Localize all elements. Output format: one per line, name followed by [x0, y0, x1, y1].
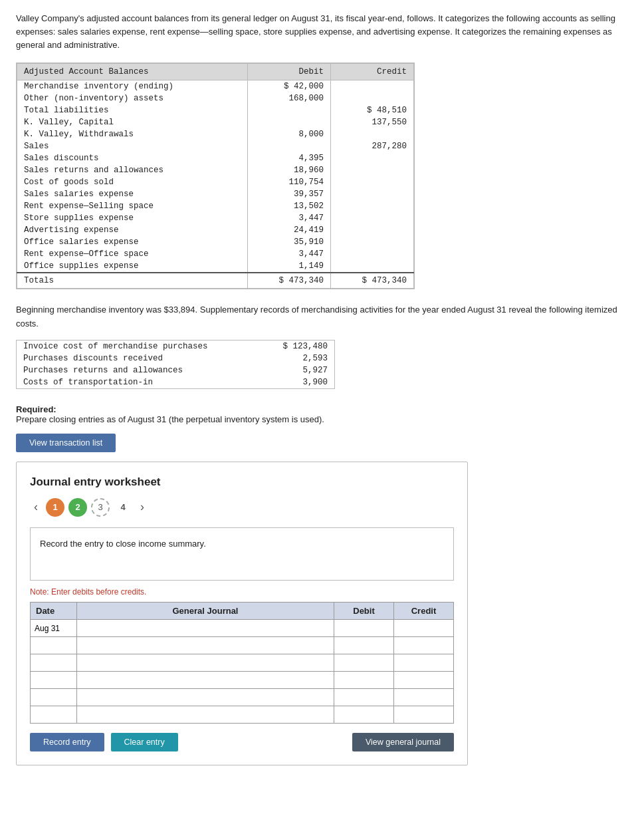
table-row: Rent expense—Office space 3,447: [17, 248, 414, 260]
journal-debit-cell[interactable]: [334, 654, 394, 671]
journal-credit-cell[interactable]: [394, 654, 454, 671]
journal-date-cell[interactable]: [31, 688, 77, 706]
journal-debit-input[interactable]: [338, 624, 389, 633]
journal-date-cell[interactable]: [31, 671, 77, 688]
journal-credit-input[interactable]: [398, 624, 449, 633]
journal-date-input[interactable]: [35, 676, 72, 685]
journal-general-cell[interactable]: [77, 671, 334, 688]
account-debit: 168,000: [248, 92, 331, 104]
journal-general-cell[interactable]: [77, 654, 334, 671]
page-btn-2[interactable]: 2: [68, 498, 87, 517]
journal-general-cell[interactable]: [77, 636, 334, 654]
account-credit: 137,550: [331, 116, 414, 128]
account-label: Total liabilities: [17, 104, 248, 116]
journal-date-input[interactable]: [35, 658, 72, 668]
journal-credit-input[interactable]: [398, 710, 449, 720]
account-label: Sales returns and allowances: [17, 164, 248, 176]
journal-general-input[interactable]: [81, 624, 330, 633]
required-body: Prepare closing entries as of August 31 …: [16, 414, 324, 424]
account-label: Sales: [17, 140, 248, 152]
account-credit: $ 48,510: [331, 104, 414, 116]
journal-debit-cell[interactable]: [334, 706, 394, 723]
journal-date-cell[interactable]: [31, 636, 77, 654]
totals-credit: $ 473,340: [331, 273, 414, 289]
table-row: Sales 287,280: [17, 140, 414, 152]
account-label: Sales salaries expense: [17, 188, 248, 200]
journal-debit-input[interactable]: [338, 641, 389, 650]
next-arrow[interactable]: ›: [136, 499, 148, 515]
account-label: Merchandise inventory (ending): [17, 80, 248, 93]
view-transaction-button[interactable]: View transaction list: [16, 434, 116, 452]
clear-entry-button[interactable]: Clear entry: [111, 733, 178, 751]
page-btn-4[interactable]: 4: [114, 498, 132, 517]
journal-debit-input[interactable]: [338, 693, 389, 702]
account-credit: [331, 92, 414, 104]
journal-credit-input[interactable]: [398, 676, 449, 685]
supplementary-table: Invoice cost of merchandise purchases $ …: [17, 340, 334, 388]
journal-debit-cell[interactable]: [334, 688, 394, 706]
table-row: Office salaries expense 35,910: [17, 236, 414, 248]
journal-credit-cell[interactable]: [394, 636, 454, 654]
journal-worksheet: Journal entry worksheet ‹ 1 2 3 4 › Reco…: [16, 462, 468, 765]
account-label: Office salaries expense: [17, 236, 248, 248]
account-credit: 287,280: [331, 140, 414, 152]
account-debit: [248, 140, 331, 152]
journal-general-input[interactable]: [81, 676, 330, 685]
journal-general-input[interactable]: [81, 693, 330, 702]
required-label: Required:: [16, 404, 56, 414]
page-btn-1[interactable]: 1: [46, 498, 64, 517]
journal-general-input[interactable]: [81, 658, 330, 668]
journal-debit-cell[interactable]: [334, 671, 394, 688]
account-debit: [248, 116, 331, 128]
prev-arrow[interactable]: ‹: [30, 499, 42, 515]
journal-date-cell[interactable]: [31, 706, 77, 723]
journal-date-cell[interactable]: [31, 619, 77, 636]
table-row: [31, 671, 454, 688]
journal-date-input[interactable]: [35, 641, 72, 650]
journal-date-cell[interactable]: [31, 654, 77, 671]
journal-credit-cell[interactable]: [394, 706, 454, 723]
journal-general-input[interactable]: [81, 710, 330, 720]
list-item: Purchases discounts received 2,593: [17, 352, 334, 364]
table-row: Merchandise inventory (ending) $ 42,000: [17, 80, 414, 93]
journal-date-input[interactable]: [35, 710, 72, 720]
journal-credit-input[interactable]: [398, 641, 449, 650]
col-header-debit: Debit: [248, 64, 331, 80]
account-credit: [331, 248, 414, 260]
journal-credit-cell[interactable]: [394, 688, 454, 706]
account-table: Adjusted Account Balances Debit Credit M…: [17, 63, 414, 289]
journal-debit-input[interactable]: [338, 658, 389, 668]
journal-date-input[interactable]: [35, 624, 72, 633]
journal-debit-cell[interactable]: [334, 636, 394, 654]
account-credit: [331, 152, 414, 164]
account-debit: 18,960: [248, 164, 331, 176]
journal-general-cell[interactable]: [77, 706, 334, 723]
page-btn-3[interactable]: 3: [91, 498, 110, 517]
journal-date-input[interactable]: [35, 693, 72, 702]
account-label: Rent expense—Office space: [17, 248, 248, 260]
table-row: [31, 706, 454, 723]
journal-debit-input[interactable]: [338, 676, 389, 685]
supp-label: Costs of transportation-in: [17, 376, 262, 388]
journal-worksheet-title: Journal entry worksheet: [30, 475, 454, 489]
supp-label: Purchases returns and allowances: [17, 364, 262, 376]
instruction-text: Record the entry to close income summary…: [40, 539, 206, 549]
record-entry-button[interactable]: Record entry: [30, 733, 104, 751]
journal-general-input[interactable]: [81, 641, 330, 650]
journal-debit-cell[interactable]: [334, 619, 394, 636]
account-label: K. Valley, Capital: [17, 116, 248, 128]
journal-credit-input[interactable]: [398, 658, 449, 668]
journal-credit-input[interactable]: [398, 693, 449, 702]
account-debit: 3,447: [248, 248, 331, 260]
journal-debit-input[interactable]: [338, 710, 389, 720]
journal-general-cell[interactable]: [77, 619, 334, 636]
table-row: Store supplies expense 3,447: [17, 212, 414, 224]
view-general-journal-button[interactable]: View general journal: [352, 733, 454, 751]
journal-credit-cell[interactable]: [394, 671, 454, 688]
journal-credit-cell[interactable]: [394, 619, 454, 636]
account-label: Cost of goods sold: [17, 176, 248, 188]
supplementary-table-wrapper: Invoice cost of merchandise purchases $ …: [16, 340, 335, 389]
table-row: [31, 636, 454, 654]
journal-general-cell[interactable]: [77, 688, 334, 706]
account-debit: 4,395: [248, 152, 331, 164]
